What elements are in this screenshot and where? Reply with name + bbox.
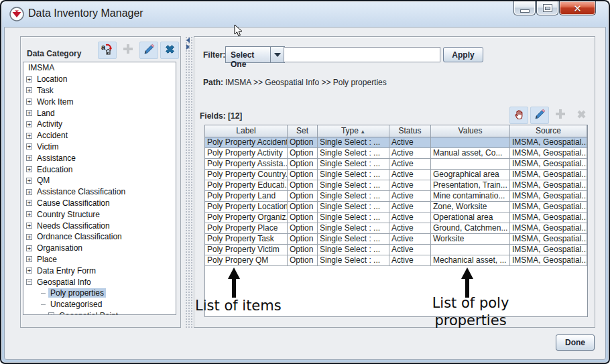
dropdown-arrow-button[interactable] — [270, 47, 284, 62]
cell-values — [431, 137, 510, 148]
cell-status: Active — [389, 202, 431, 213]
fields-count-label: Fields: [12] — [200, 111, 242, 121]
expand-icon[interactable]: + — [26, 245, 32, 251]
tree-item-geospatial-info[interactable]: −Geospatial Info — [23, 276, 176, 288]
expand-icon[interactable]: + — [26, 189, 32, 195]
column-header-type[interactable]: Type ▲ — [318, 125, 389, 137]
expand-icon[interactable]: + — [26, 87, 32, 93]
column-header-status[interactable]: Status — [389, 125, 431, 137]
tree-item-cause-classification[interactable]: +Cause Classification — [23, 198, 176, 209]
filter-dropdown[interactable]: Select One — [225, 46, 285, 63]
delete-button — [572, 107, 591, 124]
categorise-button[interactable]: a — [98, 42, 117, 59]
delete-button[interactable] — [160, 42, 179, 59]
edit-button[interactable] — [139, 42, 158, 59]
expand-icon[interactable]: + — [26, 99, 32, 105]
expand-icon[interactable]: + — [26, 155, 32, 161]
hand-icon — [513, 109, 525, 123]
table-row[interactable]: Poly Property TaskOptionSingle Select : … — [205, 234, 587, 245]
expand-icon[interactable]: + — [26, 76, 32, 82]
expand-icon[interactable]: + — [26, 166, 32, 172]
tree-item-activity[interactable]: +Activity — [23, 119, 176, 130]
cell-source: IMSMA, Geospatial... — [510, 245, 587, 255]
cell-status: Active — [389, 191, 431, 202]
table-row[interactable]: Poly Property LandOptionSingle Select : … — [205, 191, 587, 202]
tree-item-ordnance-classification[interactable]: +Ordnance Classification — [23, 231, 176, 243]
tree-connector — [41, 293, 46, 294]
tree-item-country-structure[interactable]: +Country Structure — [23, 208, 176, 220]
app-logo-icon — [9, 7, 24, 21]
table-row[interactable]: Poly Property Educati...OptionSingle Sel… — [205, 180, 587, 191]
tree-item-place[interactable]: +Place — [23, 254, 176, 265]
table-row[interactable]: Poly Property ActivityOptionSingle Selec… — [205, 148, 587, 159]
tree-item-work-item[interactable]: +Work Item — [23, 96, 176, 107]
hand-button[interactable] — [509, 107, 528, 124]
tree-item-label: Organisation — [35, 243, 84, 253]
tree-item-organisation[interactable]: +Organisation — [23, 243, 176, 254]
tree-item-assistance-classification[interactable]: +Assistance Classification — [23, 186, 176, 198]
collapse-right-icon[interactable] — [186, 44, 190, 50]
column-header-values[interactable]: Values — [431, 125, 510, 137]
tree-item-education[interactable]: +Education — [23, 164, 176, 175]
expand-icon[interactable]: + — [26, 133, 32, 139]
cell-set: Option — [288, 223, 318, 234]
table-row[interactable]: Poly Property LocationOptionSingle Selec… — [205, 202, 587, 213]
maximize-button[interactable] — [536, 1, 558, 15]
expand-icon[interactable]: + — [26, 178, 32, 184]
column-header-set[interactable]: Set — [288, 125, 318, 137]
tree-connector — [41, 304, 46, 305]
expand-icon[interactable]: + — [26, 223, 32, 229]
tree-item-accident[interactable]: +Accident — [23, 130, 176, 141]
table-header-row: LabelSetType ▲StatusValuesSource — [205, 125, 587, 137]
expand-icon[interactable]: + — [26, 234, 32, 240]
filter-dropdown-value: Select One — [226, 47, 270, 62]
tree-item-assistance[interactable]: +Assistance — [23, 152, 176, 164]
tree-item-victim[interactable]: +Victim — [23, 141, 176, 153]
tree-item-label: Data Entry Form — [35, 266, 98, 276]
column-header-source[interactable]: Source — [510, 125, 587, 137]
collapse-icon[interactable]: − — [26, 279, 32, 285]
cell-set: Option — [288, 159, 318, 170]
minimize-button[interactable] — [513, 1, 536, 15]
expand-icon[interactable]: + — [26, 211, 32, 217]
table-row[interactable]: Poly Property Country...OptionSingle Sel… — [205, 170, 587, 180]
table-row[interactable]: Poly Property VictimOptionSingle Select … — [205, 245, 587, 255]
tree-item-geospatial-point[interactable]: +Geospatial Point — [23, 310, 176, 315]
cell-label: Poly Property Victim — [205, 245, 288, 255]
filter-input[interactable] — [284, 47, 440, 62]
table-row[interactable]: Poly Property Organiz...OptionSingle Sel… — [205, 213, 587, 223]
tree-item-location[interactable]: +Location — [23, 74, 176, 85]
expand-icon[interactable]: + — [26, 121, 32, 127]
expand-icon[interactable]: + — [26, 143, 32, 149]
tree-item-poly-properties[interactable]: Poly properties — [23, 288, 176, 299]
tree-item-imsma[interactable]: IMSMA — [23, 62, 176, 74]
add-icon — [555, 109, 566, 122]
table-row[interactable]: Poly Propery QMOptionSingle Select : ...… — [205, 255, 587, 266]
data-category-title: Data Category — [27, 49, 81, 58]
split-pane-divider[interactable] — [185, 36, 193, 328]
table-row[interactable]: Poly Property AccidentOptionSingle Selec… — [205, 137, 587, 148]
column-header-label[interactable]: Label — [205, 125, 288, 137]
table-row[interactable]: Poly Property Assista...OptionSingle Sel… — [205, 159, 587, 170]
expand-icon[interactable]: + — [26, 200, 32, 206]
expand-icon[interactable]: + — [48, 312, 54, 315]
tree-item-data-entry-form[interactable]: +Data Entry Form — [23, 265, 176, 276]
table-row[interactable]: Poly Property PlaceOptionSingle Select :… — [205, 223, 587, 234]
tree-item-land[interactable]: +Land — [23, 107, 176, 119]
collapse-left-icon[interactable] — [186, 38, 190, 43]
annotation-arrow-up-items — [226, 267, 242, 298]
tree-item-qm[interactable]: +QM — [23, 175, 176, 186]
cell-set: Option — [288, 255, 318, 266]
tree-item-task[interactable]: +Task — [23, 85, 176, 97]
done-button[interactable]: Done — [556, 335, 595, 351]
edit-button[interactable] — [530, 107, 549, 124]
close-button[interactable]: ✕ — [559, 1, 596, 15]
apply-button[interactable]: Apply — [443, 47, 483, 62]
expand-icon[interactable]: + — [26, 110, 32, 116]
expand-icon[interactable]: + — [26, 256, 32, 262]
title-bar[interactable]: Data Inventory Manager ✕ — [1, 1, 609, 27]
expand-icon[interactable]: + — [26, 267, 32, 274]
tree-item-needs-classification[interactable]: +Needs Classification — [23, 220, 176, 231]
tree-item-uncategorised[interactable]: Uncategorised — [23, 299, 176, 310]
categorise-icon: a — [101, 42, 114, 58]
